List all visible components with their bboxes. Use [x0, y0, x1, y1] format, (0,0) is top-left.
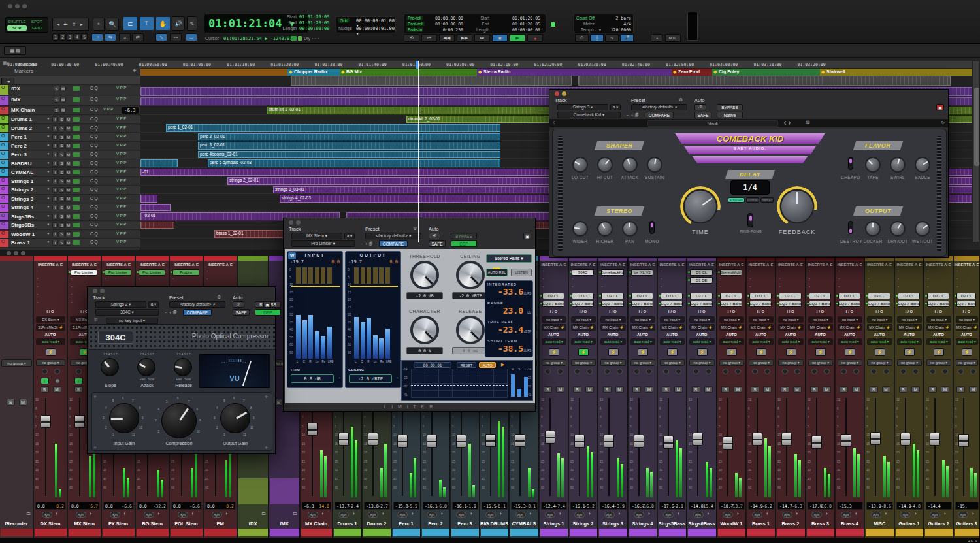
- plugin-auto-button[interactable]: 🗗: [694, 104, 706, 110]
- track-m-button[interactable]: M: [65, 240, 71, 246]
- strip-pan-knob2[interactable]: [764, 369, 770, 374]
- strip-auto-mode[interactable]: auto read ▾: [838, 338, 862, 345]
- shaper-knob-attack[interactable]: [622, 157, 638, 173]
- track-automation-buttons[interactable]: V P P: [116, 143, 126, 147]
- insert-power-dot[interactable]: [659, 303, 661, 304]
- track-m-button[interactable]: M: [65, 143, 71, 149]
- strip-pan-indicator[interactable]: ⏵: [322, 512, 324, 516]
- count-toggle-1[interactable]: 𝄞: [590, 34, 604, 42]
- strip-pan-knob[interactable]: [42, 369, 48, 374]
- insert-empty-dot[interactable]: ·: [749, 283, 751, 289]
- window-dot[interactable]: [7, 251, 11, 255]
- track-name[interactable]: BIGDRU: [11, 161, 45, 167]
- strip-mute-button[interactable]: M: [882, 386, 890, 393]
- track-view-buttons[interactable]: C Q: [90, 143, 98, 148]
- track-name[interactable]: CYMBAL: [11, 169, 45, 175]
- strip-group-selector[interactable]: no group ▾: [36, 359, 65, 366]
- strip-pan-knob[interactable]: [634, 369, 640, 374]
- strip-pan-indicator[interactable]: ⏵: [915, 512, 917, 516]
- memory-loc-1[interactable]: 1: [52, 33, 59, 41]
- track-i-button[interactable]: I: [52, 134, 58, 140]
- fader-cap[interactable]: [545, 431, 555, 444]
- strip-auto-mode[interactable]: auto read ▾: [808, 338, 833, 345]
- insert-empty-dot[interactable]: ·: [37, 267, 39, 274]
- strip-track-name[interactable]: Guitars 2: [924, 521, 953, 527]
- strip-group-selector[interactable]: no group ▾: [808, 359, 833, 366]
- limiter-over-readout[interactable]: 0.0: [389, 259, 398, 265]
- track-view-buttons[interactable]: C Q: [90, 134, 98, 139]
- track-name[interactable]: MX Chain: [11, 107, 45, 113]
- plugin-track-letter[interactable]: a ▾: [610, 104, 621, 110]
- strip-pan-knob2[interactable]: [676, 369, 681, 374]
- plugin-target-button[interactable]: ▣: [523, 233, 531, 239]
- plugin-auto-button[interactable]: 🗗: [429, 233, 440, 239]
- limiter-ceiling-value[interactable]: -2.0 dBTP: [452, 292, 489, 299]
- track-view-buttons[interactable]: C Q: [90, 240, 98, 244]
- audio-clip[interactable]: [140, 195, 157, 203]
- strip-pan-knob[interactable]: [574, 369, 580, 374]
- strip-dyn-button[interactable]: dyn: [368, 512, 378, 518]
- limiter-bottom-value[interactable]: 0.0 dB: [291, 374, 334, 383]
- strip-dyn-button[interactable]: dyn: [42, 512, 52, 518]
- strip-pan-indicator[interactable]: ⏵: [708, 512, 710, 516]
- insert-empty-dot[interactable]: ·: [572, 283, 574, 289]
- fader-cap[interactable]: [427, 435, 437, 448]
- strip-energy-button[interactable]: ⚡: [962, 348, 972, 356]
- limiter-routing-selector[interactable]: Stereo Pairs ▾: [486, 254, 532, 263]
- strip-pan-knob2[interactable]: [646, 369, 652, 374]
- insert-power-dot[interactable]: [599, 271, 601, 273]
- track-i-button[interactable]: I: [52, 152, 58, 157]
- track-s-button[interactable]: S: [59, 169, 65, 175]
- track-automation-buttons[interactable]: V P P: [116, 222, 126, 226]
- insert-empty-dot[interactable]: ·: [206, 275, 208, 282]
- strip-dyn-button[interactable]: dyn: [900, 512, 911, 518]
- tp2-end-value[interactable]: 01:01:20:05: [495, 22, 540, 27]
- insert-slot[interactable]: D3 CL: [690, 293, 713, 299]
- strip-track-name[interactable]: fRecorder: [0, 521, 33, 527]
- strip-pan-indicator[interactable]: ⏵: [972, 512, 974, 516]
- strip-mute-button[interactable]: M: [556, 386, 564, 393]
- insert-slot[interactable]: Pro Limiter: [71, 269, 97, 276]
- strip-energy-button[interactable]: ⚡: [727, 348, 737, 356]
- strip-input-monitor-button[interactable]: I: [74, 378, 83, 384]
- track-view-buttons[interactable]: C Q: [90, 231, 98, 236]
- insert-slot[interactable]: D3 CL: [631, 293, 653, 299]
- track-open-badge[interactable]: O: [1, 178, 5, 182]
- strip-group-selector[interactable]: no group ▾: [630, 359, 655, 366]
- strip-solo-button[interactable]: S: [573, 386, 581, 393]
- insert-power-dot[interactable]: [955, 303, 956, 304]
- strip-input-path[interactable]: no input ▾: [956, 316, 978, 323]
- track-list-gear-icon[interactable]: ◔▾: [1, 78, 14, 84]
- track-open-badge[interactable]: O: [1, 151, 5, 156]
- track-name[interactable]: Strings 2: [11, 187, 45, 193]
- strip-input-monitor-button[interactable]: I: [41, 378, 49, 384]
- strip-pan-indicator[interactable]: ⏵: [192, 512, 194, 516]
- strip-pan-knob[interactable]: [752, 369, 758, 374]
- insert-empty-dot[interactable]: ·: [956, 275, 958, 282]
- track-view-buttons[interactable]: C Q: [90, 116, 98, 121]
- insert-empty-dot[interactable]: ·: [868, 267, 870, 274]
- strip-volume-value[interactable]: 0.0: [71, 504, 79, 509]
- insert-slot[interactable]: EQ3 7-Band: [898, 301, 920, 307]
- plugin-bypass-button[interactable]: BYPASS: [717, 104, 743, 110]
- strip-solo-button[interactable]: S: [7, 399, 15, 406]
- insert-slot[interactable]: D3 CL: [542, 293, 564, 299]
- insert-empty-dot[interactable]: ·: [956, 267, 958, 274]
- mode-shuffle[interactable]: SHUFFLE: [7, 19, 27, 25]
- track-m-button[interactable]: M: [65, 231, 71, 237]
- shaper-knob-hi-cut[interactable]: [597, 157, 613, 173]
- insert-power-dot[interactable]: [688, 271, 690, 273]
- strip-pan-knob2[interactable]: [794, 369, 800, 374]
- strip-output-path[interactable]: MX Chain ⚡: [956, 324, 978, 331]
- track-open-badge[interactable]: O: [1, 125, 5, 129]
- limiter-auto-button[interactable]: AUTO: [479, 362, 496, 368]
- strip-volume-value[interactable]: 0.0: [173, 504, 181, 509]
- track-view-buttons[interactable]: C Q: [90, 178, 98, 183]
- tp-postroll-label[interactable]: Post-roll: [406, 22, 425, 26]
- grabber-tool-button[interactable]: ✋: [155, 16, 171, 31]
- transport-rewind[interactable]: ◀◀: [439, 34, 455, 42]
- insert-slot[interactable]: D3 CL: [809, 293, 831, 299]
- track-s-button[interactable]: S: [59, 187, 65, 193]
- plugin-compare-button[interactable]: COMPARE: [379, 240, 408, 247]
- insert-empty-dot[interactable]: ·: [838, 283, 840, 289]
